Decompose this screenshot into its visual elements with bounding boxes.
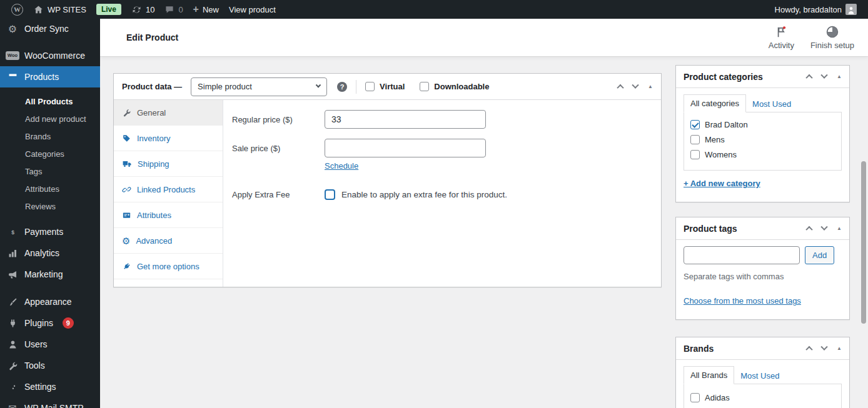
virtual-checkbox-field: Virtual — [365, 82, 405, 91]
sidebar-item-users[interactable]: Users — [0, 334, 100, 355]
sidebar-item-analytics[interactable]: Analytics — [0, 242, 100, 264]
tab-most-used-categories[interactable]: Most Used — [746, 96, 797, 112]
page-title: Edit Product — [126, 32, 178, 42]
category-checkbox[interactable] — [690, 150, 700, 159]
finish-setup-button[interactable]: Finish setup — [810, 25, 854, 50]
tab-inventory[interactable]: Inventory — [114, 126, 223, 151]
sidebar-item-payments[interactable]: $ Payments — [0, 221, 100, 242]
tab-general[interactable]: General — [114, 100, 223, 126]
submenu-add-new-product[interactable]: Add new product — [0, 110, 100, 127]
submenu-all-products[interactable]: All Products — [0, 92, 100, 110]
move-up-icon[interactable] — [805, 74, 812, 81]
toggle-panel-icon[interactable]: ▲ — [837, 346, 842, 351]
category-checkbox[interactable] — [690, 135, 700, 144]
extra-fee-checkbox[interactable] — [325, 189, 335, 200]
tab-advanced-label: Advanced — [136, 236, 172, 246]
move-down-icon[interactable] — [820, 223, 827, 230]
tab-shipping[interactable]: Shipping — [114, 151, 223, 177]
toggle-panel-icon[interactable]: ▲ — [837, 226, 842, 231]
product-data-title: Product data — — [122, 82, 182, 91]
users-label: Users — [24, 339, 48, 349]
toggle-panel-icon[interactable]: ▲ — [837, 74, 842, 79]
new-content-menu[interactable]: + New — [188, 0, 224, 19]
categories-title: Product categories — [684, 72, 763, 82]
sidebar-item-products[interactable]: Products — [0, 66, 100, 87]
virtual-checkbox[interactable] — [365, 82, 375, 91]
sidebar-item-appearance[interactable]: Appearance — [0, 291, 100, 312]
payments-icon: $ — [6, 227, 19, 237]
product-type-select[interactable]: Simple product — [191, 77, 327, 96]
move-up-icon[interactable] — [805, 346, 812, 352]
wrench-icon — [122, 108, 131, 117]
move-down-icon[interactable] — [820, 71, 827, 78]
sidebar-item-marketing[interactable]: Marketing — [0, 264, 100, 285]
order-sync-label: Order Sync — [24, 24, 69, 34]
category-item: Womens — [690, 147, 835, 162]
wordpress-menu[interactable]: W — [6, 0, 28, 19]
wp-logo-glyph: W — [14, 6, 21, 13]
submenu-categories[interactable]: Categories — [0, 145, 100, 162]
sidebar-item-settings[interactable]: Settings — [0, 376, 100, 397]
sidebar-item-woocommerce[interactable]: Woo WooCommerce — [0, 45, 100, 66]
category-checkbox-checked[interactable] — [690, 120, 700, 129]
account-menu[interactable]: Howdy, braddalton — [770, 0, 862, 19]
wp-mail-smtp-label: WP Mail SMTP — [24, 403, 84, 408]
sidebar-item-plugins[interactable]: Plugins 9 — [0, 312, 100, 334]
bar-chart-icon — [6, 248, 19, 259]
submenu-reviews[interactable]: Reviews — [0, 197, 100, 215]
view-product-link[interactable]: View product — [224, 0, 281, 19]
move-up-icon[interactable] — [617, 84, 623, 91]
schedule-link[interactable]: Schedule — [325, 161, 358, 171]
brands-panel-header: Brands ▲ — [676, 337, 849, 360]
move-up-icon[interactable] — [805, 226, 812, 232]
product-data-header: Product data — Simple product ? Virtual … — [114, 74, 661, 100]
site-name-menu[interactable]: WP SITES — [28, 0, 91, 19]
tab-all-brands[interactable]: All Brands — [684, 366, 734, 384]
toggle-panel-icon[interactable]: ▲ — [648, 84, 653, 89]
submenu-brands[interactable]: Brands — [0, 127, 100, 145]
choose-most-used-tags-link[interactable]: Choose from the most used tags — [684, 296, 801, 306]
analytics-label: Analytics — [24, 248, 59, 258]
add-tag-button[interactable]: Add — [805, 246, 834, 264]
plug-icon — [122, 262, 131, 271]
comments-menu[interactable]: 0 — [159, 0, 188, 19]
tab-get-more-options[interactable]: Get more options — [114, 254, 223, 279]
regular-price-row: Regular price ($) — [232, 110, 661, 129]
admin-bar-right: Howdy, braddalton — [770, 0, 862, 19]
tags-panel-header: Product tags ▲ — [676, 217, 849, 240]
activity-button[interactable]: Activity — [769, 25, 794, 50]
person-icon — [846, 5, 856, 15]
category-item: Mens — [690, 132, 835, 147]
sidebar-item-order-sync[interactable]: ⚙ Order Sync — [0, 19, 100, 39]
tab-most-used-brands[interactable]: Most Used — [734, 367, 785, 384]
truck-icon — [122, 159, 132, 169]
schedule-row: Schedule — [325, 161, 661, 171]
comments-count: 0 — [178, 5, 183, 14]
regular-price-input[interactable] — [325, 110, 486, 129]
sidebar-item-wp-mail-smtp[interactable]: ✉ WP Mail SMTP — [0, 397, 100, 408]
tag-input[interactable] — [684, 246, 800, 264]
help-icon[interactable]: ? — [337, 82, 347, 92]
submenu-tags[interactable]: Tags — [0, 162, 100, 180]
move-down-icon[interactable] — [632, 81, 638, 88]
tags-hint: Separate tags with commas — [684, 272, 842, 281]
move-down-icon[interactable] — [820, 343, 827, 350]
tab-all-categories[interactable]: All categories — [684, 94, 746, 112]
plus-icon: + — [193, 4, 199, 14]
tag-input-row: Add — [684, 246, 842, 264]
tab-attributes[interactable]: Attributes — [114, 202, 223, 228]
brand-checkbox[interactable] — [690, 393, 700, 402]
sidebar-item-tools[interactable]: Tools — [0, 355, 100, 376]
categories-tabs: All categories Most Used — [684, 94, 842, 112]
sale-price-input[interactable] — [325, 139, 486, 157]
updates-count: 10 — [146, 5, 154, 14]
updates-menu[interactable]: 10 — [126, 0, 159, 19]
tab-linked-products[interactable]: Linked Products — [114, 177, 223, 202]
add-new-category-link[interactable]: + Add new category — [684, 179, 760, 188]
downloadable-checkbox[interactable] — [420, 82, 429, 91]
tab-advanced[interactable]: ⚙ Advanced — [114, 228, 223, 254]
submenu-attributes[interactable]: Attributes — [0, 180, 100, 197]
wordpress-admin-screen: W WP SITES Live 10 0 + New View product — [0, 0, 868, 408]
scrollbar-thumb[interactable] — [861, 161, 866, 324]
category-label: Brad Dalton — [705, 120, 748, 129]
